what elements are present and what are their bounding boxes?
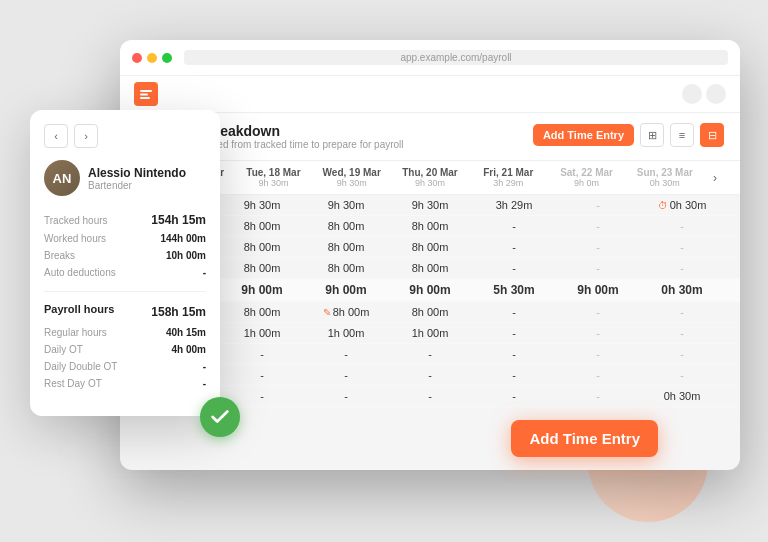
- cell-r9-1: -: [220, 390, 304, 402]
- cell-r0-3: 9h 30m: [388, 199, 472, 211]
- employee-info: AN Alessio Nintendo Bartender: [44, 160, 206, 196]
- notifications-icon[interactable]: [706, 84, 726, 104]
- rest-day-ot-value: -: [203, 378, 206, 389]
- cell-r7-3: -: [388, 348, 472, 360]
- cell-r2-6: -: [640, 241, 724, 253]
- daily-double-ot-row: Daily Double OT -: [44, 358, 206, 375]
- cell-r3-2: 8h 00m: [304, 262, 388, 274]
- svg-rect-1: [140, 94, 148, 96]
- grid-view-button[interactable]: ⊞: [640, 123, 664, 147]
- cell-r1-1: 8h 00m: [220, 220, 304, 232]
- cell-r3-1: 8h 00m: [220, 262, 304, 274]
- close-dot[interactable]: [132, 53, 142, 63]
- cell-r5-1: 8h 00m: [220, 306, 304, 318]
- cell-r9-4: -: [472, 390, 556, 402]
- tracked-hours-value: 154h 15m: [151, 213, 206, 227]
- cell-r7-4: -: [472, 348, 556, 360]
- day-col-1: Tue, 18 Mar 9h 30m: [236, 167, 310, 188]
- cell-r5-5: -: [556, 306, 640, 318]
- success-badge: [200, 397, 240, 437]
- cell-r7-5: -: [556, 348, 640, 360]
- cell-r3-6: -: [640, 262, 724, 274]
- cell-r9-2: -: [304, 390, 388, 402]
- cell-r8-6: -: [640, 369, 724, 381]
- daily-ot-value: 4h 00m: [172, 344, 206, 355]
- breaks-label: Breaks: [44, 250, 75, 261]
- svg-rect-2: [140, 97, 150, 99]
- header-actions: Add Time Entry ⊞ ≡ ⊟: [533, 123, 724, 147]
- cell-r2-4: -: [472, 241, 556, 253]
- cell-r8-2: -: [304, 369, 388, 381]
- regular-hours-row: Regular hours 40h 15m: [44, 324, 206, 341]
- svg-rect-0: [140, 90, 152, 92]
- worked-hours-value: 144h 00m: [160, 233, 206, 244]
- divider: [44, 291, 206, 292]
- total-cell-4: 5h 30m: [472, 283, 556, 297]
- payroll-stats: Payroll hours 158h 15m Regular hours 40h…: [44, 300, 206, 392]
- panel-prev-button[interactable]: ‹: [44, 124, 68, 148]
- filter-button[interactable]: ⊟: [700, 123, 724, 147]
- payroll-hours-row: Payroll hours 158h 15m: [44, 300, 206, 324]
- url-bar: app.example.com/payroll: [184, 50, 728, 65]
- tracked-hours-row: Tracked hours 154h 15m: [44, 210, 206, 230]
- cell-r1-3: 8h 00m: [388, 220, 472, 232]
- cell-r6-3: 1h 00m: [388, 327, 472, 339]
- day-col-2: Wed, 19 Mar 9h 30m: [315, 167, 389, 188]
- cell-r1-4: -: [472, 220, 556, 232]
- user-avatar-small: [682, 84, 702, 104]
- total-cell-3: 9h 00m: [388, 283, 472, 297]
- cell-r1-6: -: [640, 220, 724, 232]
- cell-r6-4: -: [472, 327, 556, 339]
- employee-role: Bartender: [88, 180, 186, 191]
- cell-r9-3: -: [388, 390, 472, 402]
- floating-add-time-button[interactable]: Add Time Entry: [511, 420, 658, 457]
- cell-r9-5: -: [556, 390, 640, 402]
- cell-r3-4: -: [472, 262, 556, 274]
- daily-ot-row: Daily OT 4h 00m: [44, 341, 206, 358]
- auto-deductions-value: -: [203, 267, 206, 278]
- breaks-row: Breaks 10h 00m: [44, 247, 206, 264]
- cell-r2-3: 8h 00m: [388, 241, 472, 253]
- cell-r6-6: -: [640, 327, 724, 339]
- cell-r1-5: -: [556, 220, 640, 232]
- total-cell-6: 0h 30m: [640, 283, 724, 297]
- day-col-6: Sun, 23 Mar 0h 30m: [628, 167, 702, 188]
- employee-name: Alessio Nintendo: [88, 166, 186, 180]
- cell-r8-4: -: [472, 369, 556, 381]
- total-cell-1: 9h 00m: [220, 283, 304, 297]
- panel-navigation: ‹ ›: [44, 124, 206, 148]
- total-cell-5: 9h 00m: [556, 283, 640, 297]
- add-time-entry-button[interactable]: Add Time Entry: [533, 124, 634, 146]
- day-col-5: Sat, 22 Mar 9h 0m: [549, 167, 623, 188]
- cell-r2-1: 8h 00m: [220, 241, 304, 253]
- cell-r7-2: -: [304, 348, 388, 360]
- breaks-value: 10h 00m: [166, 250, 206, 261]
- minimize-dot[interactable]: [147, 53, 157, 63]
- maximize-dot[interactable]: [162, 53, 172, 63]
- employee-details: Alessio Nintendo Bartender: [88, 166, 186, 191]
- cell-r0-6: ⏱0h 30m: [640, 199, 724, 211]
- cell-r5-4: -: [472, 306, 556, 318]
- side-panel: ‹ › AN Alessio Nintendo Bartender Tracke…: [30, 110, 220, 416]
- regular-hours-label: Regular hours: [44, 327, 107, 338]
- app-logo: [134, 82, 158, 106]
- day-col-3: Thu, 20 Mar 9h 30m: [393, 167, 467, 188]
- cell-r7-6: -: [640, 348, 724, 360]
- cell-r6-5: -: [556, 327, 640, 339]
- list-view-button[interactable]: ≡: [670, 123, 694, 147]
- cell-r5-3: 8h 00m: [388, 306, 472, 318]
- cell-r1-2: 8h 00m: [304, 220, 388, 232]
- panel-next-button[interactable]: ›: [74, 124, 98, 148]
- cell-r0-2: 9h 30m: [304, 199, 388, 211]
- cell-r5-2: ✎8h 00m: [304, 306, 388, 318]
- payroll-title: Payroll hours: [44, 303, 114, 315]
- auto-deductions-row: Auto deductions -: [44, 264, 206, 281]
- avatar: AN: [44, 160, 80, 196]
- cell-r8-5: -: [556, 369, 640, 381]
- cell-r6-2: 1h 00m: [304, 327, 388, 339]
- window-header: app.example.com/payroll: [120, 40, 740, 76]
- tracked-hours-label: Tracked hours: [44, 215, 108, 226]
- cell-r2-2: 8h 00m: [304, 241, 388, 253]
- cell-r0-4: 3h 29m: [472, 199, 556, 211]
- next-week-button[interactable]: ›: [706, 169, 724, 187]
